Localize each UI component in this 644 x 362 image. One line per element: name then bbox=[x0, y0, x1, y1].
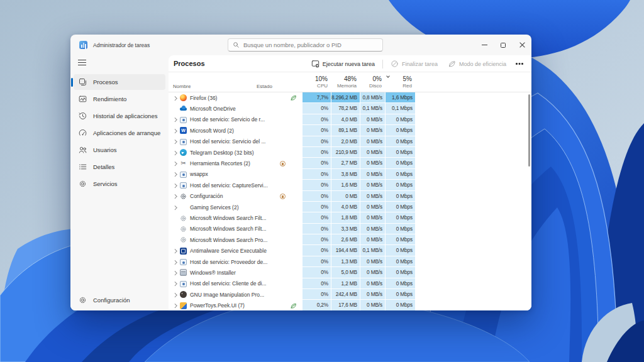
expand-chevron-icon[interactable] bbox=[172, 117, 178, 123]
powertoys-app-icon bbox=[180, 302, 187, 309]
row-filler bbox=[415, 114, 531, 125]
table-row-gaming-services-2[interactable]: Gaming Services (2)0%4,0 MB0 MB/s0 Mbps bbox=[169, 202, 531, 212]
table-row-microsoft-word-2[interactable]: Microsoft Word (2)0%89,1 MB0 MB/s0 Mbps bbox=[169, 125, 531, 136]
sidebar-item-configuracion[interactable]: Configuración bbox=[74, 292, 165, 308]
table-row-antimalware-service-executable[interactable]: Antimalware Service Executable0%194,4 MB… bbox=[169, 245, 531, 256]
vertical-scrollbar-thumb[interactable] bbox=[528, 94, 530, 167]
efficiency-mode-button[interactable]: Modo de eficiencia bbox=[443, 57, 511, 71]
efficiency-mode-leaf-icon bbox=[290, 94, 297, 101]
memory-value-cell: 2,0 MB bbox=[331, 136, 360, 147]
process-name: Antimalware Service Executable bbox=[190, 248, 267, 254]
table-row-wsappx[interactable]: wsappx0%3,8 MB0 MB/s0 Mbps bbox=[169, 169, 531, 180]
maximize-button[interactable] bbox=[494, 35, 513, 55]
column-header-red[interactable]: 5%Red bbox=[385, 72, 415, 92]
table-row-host-del-servicio-cliente-de-di[interactable]: Host del servicio: Cliente de di...0%1,2… bbox=[169, 278, 531, 289]
network-value-cell: 0,1 Mbps bbox=[385, 103, 415, 114]
close-button[interactable] bbox=[513, 35, 531, 55]
expand-chevron-icon[interactable] bbox=[172, 161, 178, 167]
memory-value-cell: 17,6 MB bbox=[331, 300, 360, 310]
cpu-value-cell: 0% bbox=[302, 158, 331, 168]
table-header-filler bbox=[415, 72, 531, 92]
network-value-cell: 0 Mbps bbox=[385, 180, 415, 190]
table-row-microsoft-windows-search-filt[interactable]: Microsoft Windows Search Filt...0%1,8 MB… bbox=[169, 212, 531, 223]
process-name-cell: Windows® Installer bbox=[169, 267, 257, 278]
row-filler bbox=[415, 212, 531, 223]
table-row-configuracion[interactable]: Configuración0%0 MB0 MB/s0 Mbps bbox=[169, 191, 531, 202]
column-header-disco[interactable]: 0%Disco bbox=[360, 72, 385, 92]
search-input[interactable] bbox=[243, 41, 378, 48]
table-row-powertoys-peek-ui-7[interactable]: PowerToys.Peek.UI (7)0,2%17,6 MB0 MB/s0 … bbox=[169, 300, 531, 310]
expand-chevron-icon[interactable] bbox=[172, 259, 178, 265]
cpu-value-cell: 0% bbox=[302, 202, 331, 212]
process-name: Host del servicio: Servicio del ... bbox=[190, 138, 265, 145]
expand-chevron-icon[interactable] bbox=[172, 270, 178, 275]
column-header-nombre[interactable]: Nombre bbox=[169, 84, 257, 92]
process-status-cell bbox=[257, 147, 302, 158]
sidebar-item-historial-de-aplicaciones[interactable]: Historial de aplicaciones bbox=[74, 108, 165, 124]
selected-accent-bar bbox=[71, 78, 73, 87]
expand-chevron-icon[interactable] bbox=[172, 292, 178, 297]
end-task-button[interactable]: Finalizar tarea bbox=[386, 57, 443, 71]
minimize-button[interactable] bbox=[475, 35, 494, 55]
cpu-value-cell: 0% bbox=[302, 125, 331, 136]
table-row-microsoft-windows-search-pro[interactable]: Microsoft Windows Search Pro...0%2,6 MB0… bbox=[169, 234, 531, 245]
sidebar-item-aplicaciones-de-arranque[interactable]: Aplicaciones de arranque bbox=[74, 125, 165, 141]
page-title: Procesos bbox=[174, 60, 205, 67]
performance-icon bbox=[79, 95, 87, 103]
table-row-gnu-image-manipulation-pro[interactable]: GNU Image Manipulation Pro...0%242,4 MB0… bbox=[169, 289, 531, 300]
table-row-firefox-36[interactable]: Firefox (36)7,7%8.296,2 MB0,8 MB/s1,6 Mb… bbox=[169, 92, 531, 103]
process-name: Telegram Desktop (32 bits) bbox=[190, 150, 254, 156]
expand-chevron-icon[interactable] bbox=[172, 150, 178, 155]
expand-chevron-icon[interactable] bbox=[172, 128, 178, 133]
row-filler bbox=[415, 245, 531, 256]
process-name: Windows® Installer bbox=[190, 270, 236, 276]
network-value-cell: 0 Mbps bbox=[385, 202, 415, 212]
expand-chevron-icon[interactable] bbox=[172, 139, 178, 145]
cpu-value-cell: 0,2% bbox=[302, 300, 331, 310]
table-row-telegram-desktop-32-bits[interactable]: Telegram Desktop (32 bits)0%210,9 MB0 MB… bbox=[169, 147, 531, 158]
process-name: Configuración bbox=[190, 193, 223, 199]
expand-chevron-icon[interactable] bbox=[172, 281, 178, 287]
process-status-cell bbox=[257, 278, 302, 289]
process-status-cell bbox=[257, 125, 302, 136]
expand-chevron-icon[interactable] bbox=[172, 194, 178, 199]
table-row-host-del-servicio-servicio-del[interactable]: Host del servicio: Servicio del ...0%2,0… bbox=[169, 136, 531, 147]
network-value-cell: 0 Mbps bbox=[385, 300, 415, 310]
process-name-cell: Host del servicio: CaptureServi... bbox=[169, 180, 257, 190]
row-filler bbox=[415, 202, 531, 212]
run-new-task-button[interactable]: Ejecutar nueva tarea bbox=[306, 57, 380, 71]
disk-value-cell: 0 MB/s bbox=[360, 114, 385, 125]
table-row-herramienta-recortes-2[interactable]: Herramienta Recortes (2)0%2,7 MB0 MB/s0 … bbox=[169, 158, 531, 168]
table-row-microsoft-onedrive[interactable]: Microsoft OneDrive0%78,2 MB0,1 MB/s0,1 M… bbox=[169, 103, 531, 114]
expand-chevron-icon[interactable] bbox=[172, 204, 178, 210]
sidebar-item-servicios[interactable]: Servicios bbox=[74, 176, 165, 192]
table-row-host-de-servicio-servicio-de-r[interactable]: Host de servicio: Servicio de r...0%4,0 … bbox=[169, 114, 531, 125]
expand-chevron-icon[interactable] bbox=[172, 95, 178, 101]
table-row-microsoft-windows-search-filt[interactable]: Microsoft Windows Search Filt...0%3,3 MB… bbox=[169, 224, 531, 234]
expand-chevron-icon[interactable] bbox=[172, 182, 178, 188]
network-value-cell: 0 Mbps bbox=[385, 169, 415, 180]
search-box[interactable] bbox=[228, 38, 383, 52]
column-header-estado[interactable]: Estado bbox=[257, 84, 302, 92]
column-header-cpu[interactable]: 10%CPU bbox=[302, 72, 331, 92]
disk-value-cell: 0 MB/s bbox=[360, 224, 385, 234]
firefox-app-icon bbox=[180, 94, 187, 101]
process-name: PowerToys.Peek.UI (7) bbox=[190, 302, 245, 309]
sidebar-item-procesos[interactable]: Procesos bbox=[74, 74, 165, 90]
expand-chevron-icon[interactable] bbox=[172, 303, 178, 309]
process-rows: Firefox (36)7,7%8.296,2 MB0,8 MB/s1,6 Mb… bbox=[169, 92, 531, 310]
table-row-host-de-servicio-proveedor-de[interactable]: Host de servicio: Proveedor de...0%1,3 M… bbox=[169, 256, 531, 267]
expand-chevron-icon[interactable] bbox=[172, 248, 178, 254]
searchsvc-app-icon bbox=[180, 226, 187, 233]
table-row-windows-installer[interactable]: Windows® Installer0%5,0 MB0 MB/s0 Mbps bbox=[169, 267, 531, 278]
table-row-host-del-servicio-captureservi[interactable]: Host del servicio: CaptureServi...0%1,6 … bbox=[169, 180, 531, 190]
hamburger-menu-button[interactable] bbox=[78, 60, 86, 65]
expand-chevron-icon[interactable] bbox=[172, 172, 178, 177]
more-options-button[interactable] bbox=[511, 57, 528, 71]
column-header-memoria[interactable]: 48%Memoria bbox=[331, 72, 360, 92]
sidebar-item-rendimiento[interactable]: Rendimiento bbox=[74, 91, 165, 107]
sidebar-item-usuarios[interactable]: Usuarios bbox=[74, 142, 165, 158]
process-name: Microsoft Windows Search Filt... bbox=[190, 226, 266, 232]
process-name: wsappx bbox=[190, 171, 208, 177]
sidebar-item-detalles[interactable]: Detalles bbox=[74, 159, 165, 175]
